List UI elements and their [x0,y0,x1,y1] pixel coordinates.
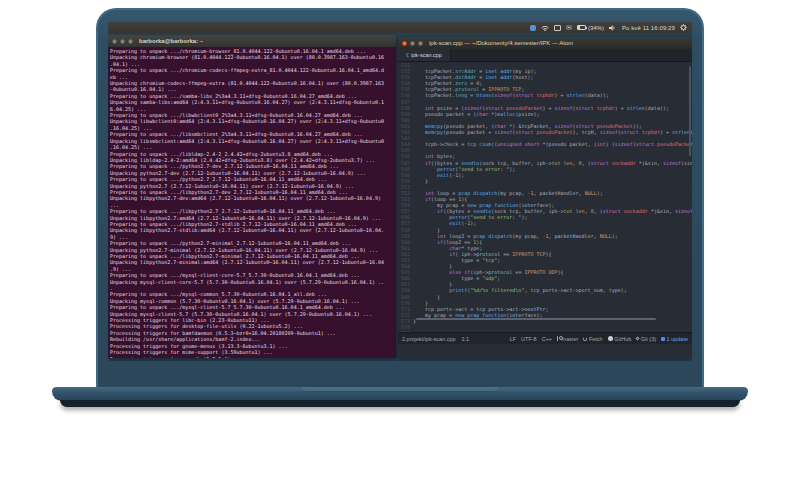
battery-indicator[interactable]: (34%) [577,25,604,31]
update-icon [661,337,665,341]
code-text: memcpy(pseudo_packet + sizeof(struct pse… [413,129,692,135]
keyboard-layout-icon[interactable] [554,25,561,31]
clock[interactable]: Po kvě 11 16:09:29 [622,25,675,31]
terminal-line: Unpacking mysql-client-core-5.7 (5.7.30-… [110,279,394,285]
unity-panel: ✉ (34%) Po kvě 11 16:09:29 [108,22,692,33]
terminal-line: Unpacking libsmbclient:amd64 (2:4.3.11+d… [110,138,394,144]
laptop-base [52,387,748,401]
statusbar-master[interactable]: master [557,336,578,342]
code-text [413,330,416,332]
cpp-file-icon: C [406,52,409,58]
atom-tabbar: C ipk-scan.cpp [398,49,692,62]
terminal-line: Unpacking samba-libs:amd64 (2:4.3.11+dfs… [110,99,394,105]
github-icon [608,336,613,341]
terminal-output[interactable]: Preparing to unpack .../chromium-browser… [108,47,396,358]
battery-icon [577,25,586,30]
gear-icon[interactable] [680,24,687,31]
atom-titlebar[interactable]: ipk-scan.cpp — ~/Dokumenty/4.semester/IP… [398,37,692,49]
statusbar-github[interactable]: GitHub [608,336,632,342]
terminal-line: Unpacking python2.7 (2.7.12-1ubuntu0~16.… [110,183,394,189]
tab-ipk-scan-cpp[interactable]: C ipk-scan.cpp [398,49,451,61]
statusbar-git-3-[interactable]: Git (3) [636,336,656,342]
code-editor[interactable]: 531 532 tcpPacket.srcAddr = inet_addr(my… [398,62,692,332]
file-path[interactable]: 2.projekt/ipk-scan.cpp [402,336,456,342]
branch-icon [557,336,560,341]
maximize-button[interactable] [128,39,133,44]
minimize-button[interactable] [120,39,125,44]
vertical-scrollbar[interactable] [689,66,691,156]
statusbar-c-[interactable]: C++ [542,336,552,342]
statusbar-label: Fetch [589,336,603,342]
maximize-button[interactable] [418,41,423,46]
statusbar-label: GitHub [614,336,631,342]
statusbar-label: 1 update [667,336,688,342]
atom-statusbar: 2.projekt/ipk-scan.cpp 1:1 LFUTF-8C++mas… [398,332,692,344]
code-line: 544 tcph->check = tcp_csum((unsigned sho… [398,141,692,147]
statusbar-1-update[interactable]: 1 update [661,336,688,342]
git-icon [636,336,640,340]
minimize-button[interactable] [410,41,415,46]
terminal-titlebar[interactable]: barborka@barborka: ~ [108,35,396,47]
terminal-line: Preparing to unpack .../chromium-codecs-… [110,67,394,73]
statusbar-lf[interactable]: LF [510,336,516,342]
terminal-line: Unpacking libpython2.7-minimal:amd64 (2.… [110,259,394,265]
desktop: ✉ (34%) Po kvě 11 16:09:29 [108,22,692,361]
terminal-line: Processing triggers for man-db (2.7.5-1)… [110,356,394,359]
close-button[interactable] [112,39,117,44]
terminal-line: Unpacking chromium-browser (81.0.4044.12… [110,54,394,60]
laptop-base-edge [60,400,740,407]
cursor-position[interactable]: 1:1 [462,336,470,342]
atom-window: ipk-scan.cpp — ~/Dokumenty/4.semester/IP… [398,37,692,358]
laptop-lid: ✉ (34%) Po kvě 11 16:09:29 [96,8,704,387]
statusbar-label: LF [510,336,516,342]
code-line: 542 memcpy(pseudo_packet + sizeof(struct… [398,129,692,135]
code-line: 575 [398,330,692,332]
terminal-line: Preparing to unpack .../mysql-client-cor… [110,272,394,278]
statusbar-fetch[interactable]: Fetch [583,336,602,342]
terminal-line: Unpacking libpython2.7-stdlib:amd64 (2.7… [110,227,394,233]
code-text: pseudo_packet = (char *)malloc(psize); [413,111,539,117]
terminal-line: Unpacking libwbclient0:amd64 (2:4.3.11+d… [110,118,394,124]
code-text: printf("%d/%s filtered\n", tcp_ports->ac… [413,287,627,293]
line-number: 575 [398,330,413,332]
wifi-icon[interactable] [541,25,549,31]
code-text: tcpPacket.leng = htons(sizeof(struct tcp… [413,92,609,98]
statusbar-label: C++ [542,336,552,342]
close-button[interactable] [402,41,407,46]
sync-icon [583,337,587,341]
terminal-window: barborka@barborka: ~ Preparing to unpack… [108,35,396,358]
terminal-title: barborka@barborka: ~ [139,38,203,44]
statusbar-label: UTF-8 [521,336,537,342]
terminal-line: Preparing to unpack .../libsmbclient_2%3… [110,131,394,137]
mail-icon[interactable]: ✉ [566,25,572,31]
code-text: tcph->check = tcp_csum((unsigned short *… [413,141,692,147]
laptop-notch [300,387,500,392]
statusbar-label: master [562,336,579,342]
atom-title: ipk-scan.cpp — ~/Dokumenty/4.semester/IP… [429,40,573,46]
statusbar-utf-8[interactable]: UTF-8 [521,336,537,342]
statusbar-label: Git (3) [641,336,656,342]
volume-icon[interactable] [609,25,617,31]
horizontal-scrollbar[interactable] [416,318,656,320]
input-method-icon[interactable] [530,25,536,31]
tab-label: ipk-scan.cpp [411,52,442,58]
laptop-mockup: ✉ (34%) Po kvě 11 16:09:29 [0,0,800,477]
battery-percentage: (34%) [588,25,604,31]
terminal-line: Unpacking libpython2.7-dev:amd64 (2.7.12… [110,195,394,201]
